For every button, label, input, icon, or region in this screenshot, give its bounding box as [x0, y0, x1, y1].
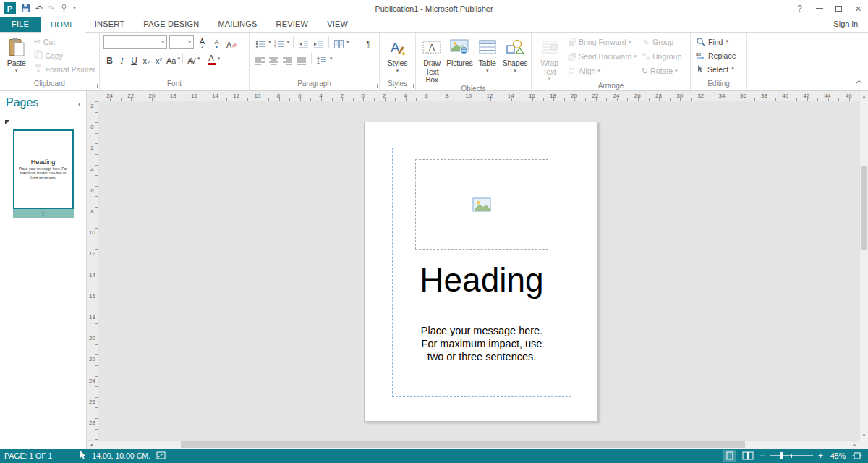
sign-in-link[interactable]: Sign in [823, 17, 868, 32]
select-dropdown-icon: ▾ [731, 66, 734, 72]
scroll-up-icon[interactable]: ▲ [860, 91, 868, 101]
tab-home[interactable]: HOME [41, 17, 85, 33]
paste-button[interactable]: Paste ▾ [2, 35, 31, 80]
columns-button[interactable] [333, 35, 345, 48]
tab-insert[interactable]: INSERT [85, 17, 134, 32]
copy-label: Copy [46, 51, 64, 60]
close-icon: × [855, 4, 861, 14]
minimize-button[interactable] [809, 0, 829, 17]
clear-formatting-button[interactable]: A [225, 36, 238, 49]
superscript-button[interactable]: x² [153, 52, 165, 65]
collapse-ribbon-button[interactable] [856, 74, 862, 87]
font-color-button[interactable]: A [205, 52, 218, 65]
touch-mode-icon[interactable] [60, 2, 68, 15]
scroll-down-icon[interactable]: ▼ [860, 430, 868, 440]
align-button[interactable]: Align ▾ [568, 64, 642, 78]
bold-button[interactable]: B [103, 52, 116, 65]
maximize-button[interactable] [829, 0, 848, 17]
tab-page-design[interactable]: PAGE DESIGN [134, 17, 208, 32]
draw-text-box-button[interactable]: A Draw Text Box [418, 35, 446, 85]
publication-page[interactable]: Heading Place your message here. For max… [364, 122, 598, 422]
zoom-in-button[interactable]: + [818, 451, 823, 460]
italic-button[interactable]: I [116, 52, 128, 65]
change-case-button[interactable]: Aa [165, 52, 177, 65]
show-formatting-marks-button[interactable]: ¶ [362, 35, 375, 48]
horizontal-scroll-thumb[interactable] [181, 441, 745, 448]
page-indicator[interactable]: PAGE: 1 OF 1 [4, 451, 52, 460]
pages-panel-title: Pages [0, 91, 86, 109]
vertical-scrollbar[interactable]: ▲ ▼ [859, 91, 868, 440]
bullets-button[interactable] [254, 35, 267, 48]
tab-file[interactable]: FILE [0, 17, 41, 32]
select-button[interactable]: Select ▾ [694, 62, 743, 76]
subscript-button[interactable]: x₂ [140, 52, 153, 65]
vertical-ruler: 20246810121416182022242628 [87, 101, 98, 440]
character-spacing-button[interactable]: AV [185, 52, 197, 65]
styles-button[interactable]: A Styles ▾ [382, 35, 413, 80]
wrap-text-button[interactable]: Wrap Text ▾ [534, 35, 565, 82]
horizontal-scrollbar[interactable]: ◄ ► [87, 440, 859, 449]
cut-button[interactable]: ✂ Cut [33, 35, 97, 48]
clipboard-dialog-launcher-icon[interactable] [93, 84, 98, 88]
page-thumbnail[interactable]: Heading Place your message here. For max… [13, 129, 74, 209]
find-button[interactable]: Find ▾ [694, 35, 743, 48]
format-painter-button[interactable]: Format Painter [33, 62, 97, 76]
align-right-button[interactable] [281, 52, 294, 65]
select-label: Select [707, 65, 728, 74]
ungroup-button[interactable]: Ungroup [642, 49, 688, 64]
picture-placeholder[interactable] [415, 159, 548, 250]
bring-forward-button[interactable]: Bring Forward ▾ [568, 35, 642, 49]
publisher-logo-icon[interactable]: P [4, 2, 16, 14]
font-size-combobox[interactable]: ▾ [169, 35, 194, 49]
grow-font-button[interactable]: A▲ [196, 36, 208, 49]
paragraph-dialog-launcher-icon[interactable] [373, 84, 378, 88]
document-body-text[interactable]: Place your message here. For maximum imp… [393, 324, 571, 363]
group-button[interactable]: Group [642, 35, 688, 49]
line-spacing-button[interactable] [315, 52, 328, 65]
replace-button[interactable]: ab Replace [694, 48, 743, 62]
help-button[interactable]: ? [790, 0, 809, 17]
pages-expand-icon[interactable] [5, 120, 9, 124]
text-frame[interactable]: Heading Place your message here. For max… [392, 148, 571, 397]
copy-button[interactable]: Copy [33, 48, 97, 62]
styles-dialog-launcher-icon[interactable] [409, 84, 414, 88]
font-dialog-launcher-icon[interactable] [243, 84, 247, 88]
underline-button[interactable]: U [128, 52, 140, 65]
align-left-button[interactable] [254, 52, 266, 65]
svg-text:A: A [226, 41, 232, 49]
tab-mailings[interactable]: MAILINGS [208, 17, 266, 32]
tab-review[interactable]: REVIEW [267, 17, 318, 32]
table-button[interactable]: Table ▾ [474, 35, 501, 85]
decrease-indent-button[interactable] [297, 35, 310, 48]
scroll-right-icon[interactable]: ► [850, 441, 859, 449]
pictures-button[interactable]: Pictures [446, 35, 473, 85]
zoom-level[interactable]: 45% [828, 451, 846, 460]
document-heading[interactable]: Heading [393, 260, 571, 300]
font-name-combobox[interactable]: ▾ [103, 35, 167, 49]
tab-view[interactable]: VIEW [318, 17, 357, 32]
increase-indent-button[interactable] [312, 35, 325, 48]
send-backward-button[interactable]: Send Backward ▾ [568, 49, 642, 64]
pages-collapse-icon[interactable]: ‹ [78, 98, 81, 109]
fit-page-button[interactable] [851, 450, 864, 462]
zoom-slider[interactable] [770, 455, 813, 456]
numbering-button[interactable]: 123 [273, 35, 286, 48]
vertical-scroll-thumb[interactable] [861, 166, 867, 250]
workspace-canvas[interactable]: Heading Place your message here. For max… [98, 101, 859, 440]
justify-button[interactable] [295, 52, 307, 65]
undo-icon[interactable]: ↶ [35, 4, 43, 13]
single-page-view-button[interactable] [723, 450, 736, 462]
scroll-left-icon[interactable]: ◄ [87, 441, 96, 449]
shrink-font-button[interactable]: A▼ [210, 36, 223, 49]
zoom-slider-thumb[interactable] [780, 452, 783, 459]
redo-icon[interactable]: ↷ [48, 4, 55, 13]
shapes-button[interactable]: Shapes ▾ [501, 35, 529, 85]
close-button[interactable]: × [848, 0, 868, 17]
save-icon[interactable] [21, 2, 30, 15]
customize-qat-icon[interactable]: ▾ [73, 5, 76, 11]
rotate-button[interactable]: ↻ Rotate ▾ [642, 64, 688, 78]
two-page-spread-button[interactable] [741, 450, 754, 462]
zoom-out-button[interactable]: − [760, 451, 765, 460]
object-size-icon[interactable] [156, 451, 166, 461]
align-center-button[interactable] [268, 52, 280, 65]
